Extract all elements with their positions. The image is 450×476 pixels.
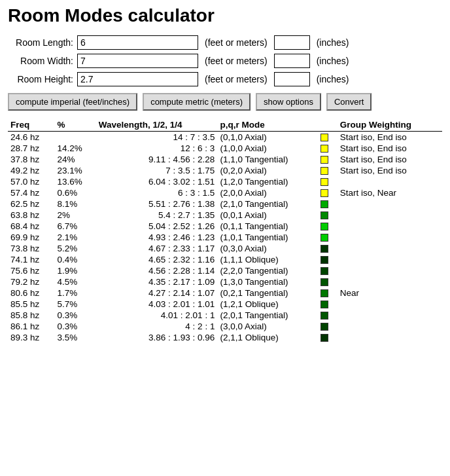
cell-freq: 89.3 hz bbox=[8, 332, 54, 343]
table-row: 79.2 hz4.5%4.35 : 2.17 : 1.09(1,3,0 Tang… bbox=[8, 276, 442, 287]
cell-swatch bbox=[318, 198, 338, 210]
width-input[interactable] bbox=[77, 54, 198, 68]
cell-mode: (1,0,0 Axial) bbox=[217, 143, 317, 154]
color-swatch bbox=[320, 334, 328, 342]
col-pct: % bbox=[54, 119, 95, 132]
cell-wave: 4.27 : 2.14 : 1.07 bbox=[96, 287, 218, 299]
cell-pct: 14.2% bbox=[54, 143, 95, 154]
width-unit: (feet or meters) bbox=[205, 56, 268, 66]
show-options-button[interactable]: show options bbox=[256, 93, 321, 111]
cell-wave: 9.11 : 4.56 : 2.28 bbox=[96, 154, 218, 165]
convert-button[interactable]: Convert bbox=[326, 93, 372, 111]
color-swatch bbox=[320, 189, 328, 197]
cell-mode: (2,1,1 Oblique) bbox=[217, 332, 317, 343]
cell-freq: 69.9 hz bbox=[8, 232, 54, 243]
cell-pct: 13.6% bbox=[54, 176, 95, 187]
color-swatch bbox=[320, 267, 328, 275]
cell-pct: 1.7% bbox=[54, 287, 95, 299]
cell-swatch bbox=[318, 310, 338, 321]
cell-group bbox=[338, 243, 442, 254]
cell-pct: 3.5% bbox=[54, 332, 95, 343]
cell-swatch bbox=[318, 132, 338, 143]
table-row: 28.7 hz14.2%12 : 6 : 3(1,0,0 Axial)Start… bbox=[8, 143, 442, 154]
cell-freq: 49.2 hz bbox=[8, 165, 54, 176]
cell-group bbox=[338, 221, 442, 232]
cell-pct: 2.1% bbox=[54, 232, 95, 243]
cell-freq: 79.2 hz bbox=[8, 276, 54, 287]
cell-wave: 14 : 7 : 3.5 bbox=[96, 132, 218, 143]
cell-group bbox=[338, 210, 442, 221]
color-swatch bbox=[320, 323, 328, 331]
table-row: 89.3 hz3.5%3.86 : 1.93 : 0.96(2,1,1 Obli… bbox=[8, 332, 442, 343]
cell-wave: 7 : 3.5 : 1.75 bbox=[96, 165, 218, 176]
page-title: Room Modes calculator bbox=[8, 5, 442, 26]
color-swatch bbox=[320, 134, 328, 141]
cell-pct: 0.3% bbox=[54, 310, 95, 321]
cell-group bbox=[338, 198, 442, 210]
cell-group: Near bbox=[338, 287, 442, 299]
cell-swatch bbox=[318, 176, 338, 187]
cell-group: Start iso, Near bbox=[338, 187, 442, 198]
cell-swatch bbox=[318, 187, 338, 198]
cell-mode: (2,2,0 Tangential) bbox=[217, 265, 317, 276]
color-swatch bbox=[320, 156, 328, 164]
color-swatch bbox=[320, 234, 328, 242]
cell-swatch bbox=[318, 143, 338, 154]
cell-mode: (2,0,0 Axial) bbox=[217, 187, 317, 198]
cell-group bbox=[338, 176, 442, 187]
cell-freq: 75.6 hz bbox=[8, 265, 54, 276]
cell-freq: 86.1 hz bbox=[8, 321, 54, 332]
cell-wave: 5.4 : 2.7 : 1.35 bbox=[96, 210, 218, 221]
cell-mode: (1,1,0 Tangential) bbox=[217, 154, 317, 165]
color-swatch bbox=[320, 278, 328, 286]
cell-group bbox=[338, 310, 442, 321]
cell-group: Start iso, End iso bbox=[338, 143, 442, 154]
height-inches-label: (inches) bbox=[317, 74, 349, 84]
cell-swatch bbox=[318, 165, 338, 176]
cell-wave: 4.67 : 2.33 : 1.17 bbox=[96, 243, 218, 254]
cell-mode: (0,2,1 Tangential) bbox=[217, 287, 317, 299]
col-swatch bbox=[318, 119, 338, 132]
table-row: 80.6 hz1.7%4.27 : 2.14 : 1.07(0,2,1 Tang… bbox=[8, 287, 442, 299]
color-swatch bbox=[320, 256, 328, 264]
width-inches-label: (inches) bbox=[317, 56, 349, 66]
table-row: 37.8 hz24%9.11 : 4.56 : 2.28(1,1,0 Tange… bbox=[8, 154, 442, 165]
height-input[interactable] bbox=[77, 72, 198, 86]
cell-mode: (1,2,0 Tangential) bbox=[217, 176, 317, 187]
width-label: Room Width: bbox=[8, 56, 73, 66]
cell-freq: 73.8 hz bbox=[8, 243, 54, 254]
cell-swatch bbox=[318, 332, 338, 343]
cell-pct: 5.2% bbox=[54, 243, 95, 254]
height-inches-input[interactable] bbox=[274, 72, 310, 86]
cell-group: Start iso, End iso bbox=[338, 132, 442, 143]
cell-mode: (0,1,1 Tangential) bbox=[217, 221, 317, 232]
cell-freq: 85.5 hz bbox=[8, 299, 54, 310]
compute-imperial-button[interactable]: compute imperial (feet/inches) bbox=[8, 93, 137, 111]
col-freq: Freq bbox=[8, 119, 54, 132]
length-inches-input[interactable] bbox=[274, 35, 310, 50]
color-swatch bbox=[320, 245, 328, 253]
cell-mode: (0,3,0 Axial) bbox=[217, 243, 317, 254]
color-swatch bbox=[320, 312, 328, 320]
cell-wave: 12 : 6 : 3 bbox=[96, 143, 218, 154]
cell-group bbox=[338, 321, 442, 332]
cell-swatch bbox=[318, 287, 338, 299]
cell-swatch bbox=[318, 276, 338, 287]
color-swatch bbox=[320, 289, 328, 297]
color-swatch bbox=[320, 178, 328, 186]
cell-wave: 5.51 : 2.76 : 1.38 bbox=[96, 198, 218, 210]
col-mode: p,q,r Mode bbox=[217, 119, 317, 132]
cell-swatch bbox=[318, 221, 338, 232]
width-inches-input[interactable] bbox=[274, 54, 310, 68]
cell-freq: 28.7 hz bbox=[8, 143, 54, 154]
cell-pct: 4.5% bbox=[54, 276, 95, 287]
cell-wave: 4.93 : 2.46 : 1.23 bbox=[96, 232, 218, 243]
cell-pct: 8.1% bbox=[54, 198, 95, 210]
compute-metric-button[interactable]: compute metric (meters) bbox=[143, 93, 251, 111]
table-row: 86.1 hz0.3%4 : 2 : 1(3,0,0 Axial) bbox=[8, 321, 442, 332]
table-row: 85.8 hz0.3%4.01 : 2.01 : 1(2,0,1 Tangent… bbox=[8, 310, 442, 321]
length-input[interactable] bbox=[77, 35, 198, 50]
col-group: Group Weighting bbox=[338, 119, 442, 132]
cell-freq: 57.0 hz bbox=[8, 176, 54, 187]
cell-wave: 4.65 : 2.32 : 1.16 bbox=[96, 254, 218, 265]
